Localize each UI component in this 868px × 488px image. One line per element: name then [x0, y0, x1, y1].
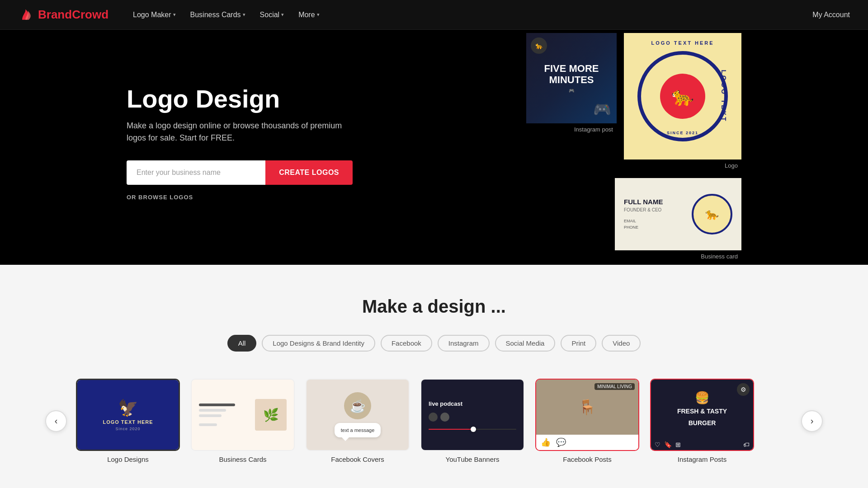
nav-business-cards[interactable]: Business Cards ▾	[184, 7, 252, 23]
create-logos-button[interactable]: CREATE LOGOS	[265, 160, 353, 185]
filter-tabs: All Logo Designs & Brand Identity Facebo…	[45, 335, 823, 352]
nav-right: My Account	[812, 11, 850, 19]
bookmark-icon: 🔖	[664, 441, 672, 448]
filter-video[interactable]: Video	[602, 335, 641, 352]
business-card-label: Business card	[697, 250, 741, 262]
filter-logo-brand[interactable]: Logo Designs & Brand Identity	[262, 335, 375, 352]
igpost-thumb-actions: ♡ 🔖 ⊞ 🏷	[651, 439, 753, 450]
filter-facebook[interactable]: Facebook	[381, 335, 432, 352]
biz-thumb-lines	[199, 404, 235, 426]
logo-card-wrapper: LOGO TEXT HERE 🐆 SINCE 2021 LOGO TEXT Lo…	[624, 33, 741, 171]
filter-icon: ⊞	[675, 441, 681, 448]
save-icon: 🏷	[743, 441, 750, 448]
biz-logo-mini: 🐆	[692, 194, 732, 235]
yt-card-thumbnail: live podcast	[420, 379, 524, 451]
minimal-icon: 🪑	[578, 399, 596, 416]
brand-logo[interactable]: BrandCrowd	[18, 7, 108, 23]
section-title: Make a design ...	[45, 296, 823, 317]
instagram-card-label: Instagram post	[571, 123, 617, 135]
yt-thumb-progress	[429, 429, 516, 430]
hero-cards: FIVE MOREMINUTES 🎮 🎮 🐆 Instagram post LO…	[526, 33, 741, 262]
logo-arc-bottom: SINCE 2021	[667, 131, 698, 135]
logo-center-circle: 🐆	[660, 74, 705, 119]
nav-social[interactable]: Social ▾	[254, 7, 291, 23]
fbpost-card-thumbnail: 🪑 MINIMAL LIVING 👍 💬 ↗	[535, 379, 639, 451]
small-logo-icon: 🐆	[531, 38, 547, 54]
igpost-card-thumbnail: ⚙ 🍔FRESH & TASTYBURGER ♡ 🔖 ⊞ 🏷	[650, 379, 754, 451]
controller-icon: 🎮	[593, 101, 611, 118]
hero-content: Logo Design Make a logo design online or…	[127, 85, 353, 201]
hero-section: Logo Design Make a logo design online or…	[0, 30, 868, 265]
my-account-link[interactable]: My Account	[812, 11, 850, 19]
business-name-input[interactable]	[127, 160, 265, 185]
hero-form: CREATE LOGOS	[127, 160, 353, 185]
biz-card-thumbnail: 🌿	[191, 379, 295, 451]
carousel-prev-button[interactable]: ‹	[45, 410, 67, 432]
design-card-biz[interactable]: 🌿 Business Cards	[191, 379, 295, 463]
fb-thumb-avatar: ☕	[344, 392, 371, 419]
fbpost-thumb-img: 🪑 MINIMAL LIVING	[536, 380, 638, 435]
biz-contact: EMAIL PHONE	[624, 218, 692, 231]
nav-more[interactable]: More ▾	[292, 7, 326, 23]
logo-thumb-icon: 🦅	[118, 399, 138, 418]
design-card-igpost[interactable]: ⚙ 🍔FRESH & TASTYBURGER ♡ 🔖 ⊞ 🏷 Instagram…	[650, 379, 754, 463]
carousel-next-button[interactable]: ›	[801, 410, 823, 432]
chevron-right-icon: ›	[811, 416, 814, 426]
business-card-content: FULL NAME FOUNDER & CEO EMAIL PHONE 🐆	[615, 178, 741, 250]
ig-thumb-badge: ⚙	[737, 383, 750, 396]
chevron-down-icon: ▾	[243, 12, 245, 18]
brand-name: BrandCrowd	[38, 8, 108, 22]
logo-circle: 🐆 SINCE 2021	[637, 51, 728, 141]
leopard-icon: 🐆	[671, 86, 694, 107]
brand-logo-icon	[18, 7, 34, 23]
logo-card-thumbnail: 🦅 LOGO TEXT HERE Since 2020	[76, 379, 180, 451]
igpost-thumb-img: ⚙ 🍔FRESH & TASTYBURGER	[651, 380, 753, 439]
logo-card-image: LOGO TEXT HERE 🐆 SINCE 2021 LOGO TEXT	[624, 33, 741, 160]
logo-card-label: Logo	[721, 160, 741, 171]
biz-thumbnail-visual: 🌿	[192, 380, 294, 450]
filter-social-media[interactable]: Social Media	[495, 335, 556, 352]
yt-thumbnail-visual: live podcast	[421, 380, 524, 450]
design-section: Make a design ... All Logo Designs & Bra…	[0, 265, 868, 488]
fb-card-thumbnail: ☕ text a message	[306, 379, 410, 451]
logo-side-text: LOGO TEXT	[721, 70, 728, 123]
hero-title: Logo Design	[127, 85, 353, 113]
design-carousel: ‹ 🦅 LOGO TEXT HERE Since 2020 Logo Desig…	[45, 374, 823, 468]
comment-icon: 💬	[556, 437, 566, 447]
fb-card-label: Facebook Covers	[306, 455, 410, 463]
ig-thumb-text: 🍔FRESH & TASTYBURGER	[677, 392, 727, 427]
biz-info: FULL NAME FOUNDER & CEO EMAIL PHONE	[624, 198, 692, 231]
design-card-logo[interactable]: 🦅 LOGO TEXT HERE Since 2020 Logo Designs	[76, 379, 180, 463]
browse-logos-link[interactable]: OR BROWSE LOGOS	[127, 194, 353, 201]
logo-thumbnail-visual: 🦅 LOGO TEXT HERE Since 2020	[77, 380, 179, 450]
fb-thumb-bubble: text a message	[335, 423, 381, 437]
design-card-yt[interactable]: live podcast YouTube Banners	[420, 379, 524, 463]
biz-card-label: Business Cards	[191, 455, 295, 463]
nav-items: Logo Maker ▾ Business Cards ▾ Social ▾ M…	[127, 7, 812, 23]
filter-all[interactable]: All	[227, 335, 257, 352]
fb-thumbnail-visual: ☕ text a message	[307, 380, 409, 450]
fbpost-card-label: Facebook Posts	[535, 455, 639, 463]
igpost-card-label: Instagram Posts	[650, 455, 754, 463]
chevron-down-icon: ▾	[317, 12, 320, 18]
biz-thumb-logo: 🌿	[255, 399, 287, 431]
business-card-wrapper: FULL NAME FOUNDER & CEO EMAIL PHONE 🐆 Bu…	[624, 178, 741, 262]
design-card-fbpost[interactable]: 🪑 MINIMAL LIVING 👍 💬 ↗ Facebook Posts	[535, 379, 639, 463]
yt-card-label: YouTube Banners	[420, 455, 524, 463]
hero-subtitle: Make a logo design online or browse thou…	[127, 120, 353, 144]
filter-print[interactable]: Print	[561, 335, 596, 352]
filter-instagram[interactable]: Instagram	[438, 335, 490, 352]
fbpost-thumb-actions: 👍 💬 ↗	[536, 435, 638, 450]
logo-card-label: Logo Designs	[76, 455, 180, 463]
instagram-card-image: FIVE MOREMINUTES 🎮 🎮 🐆	[526, 33, 617, 123]
yt-thumb-avatar	[429, 413, 438, 422]
design-card-fb[interactable]: ☕ text a message Facebook Covers	[306, 379, 410, 463]
chevron-left-icon: ‹	[55, 416, 58, 426]
carousel-track: 🦅 LOGO TEXT HERE Since 2020 Logo Designs	[67, 374, 801, 468]
chevron-down-icon: ▾	[281, 12, 284, 18]
navbar: BrandCrowd Logo Maker ▾ Business Cards ▾…	[0, 0, 868, 30]
heart-icon: ♡	[655, 441, 660, 448]
nav-logo-maker[interactable]: Logo Maker ▾	[127, 7, 182, 23]
instagram-card-wrapper: FIVE MOREMINUTES 🎮 🎮 🐆 Instagram post	[526, 33, 617, 135]
share-icon: ↗	[571, 437, 578, 447]
